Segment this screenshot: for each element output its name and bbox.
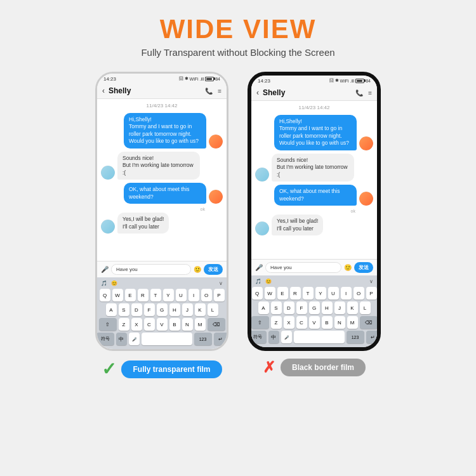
key-k2[interactable]: K [347, 301, 358, 314]
phone-icon-2[interactable]: 📞 [355, 89, 363, 96]
mic-icon-2[interactable]: 🎤 [255, 264, 263, 271]
key-m2[interactable]: M [347, 316, 358, 329]
key-i[interactable]: I [188, 289, 199, 301]
key-x2[interactable]: X [284, 316, 294, 329]
key-zh-1[interactable]: 中 [116, 333, 127, 345]
key-p[interactable]: P [214, 289, 225, 301]
key-q[interactable]: Q [100, 289, 110, 301]
key-g[interactable]: G [157, 303, 168, 316]
kb-face-icon-2[interactable]: 😊 [265, 279, 272, 284]
key-e2[interactable]: E [277, 287, 288, 300]
key-v[interactable]: V [157, 318, 168, 331]
key-j2[interactable]: J [334, 301, 345, 314]
key-s[interactable]: S [119, 303, 129, 316]
key-delete-1[interactable]: ⌫ [208, 318, 225, 331]
send-button-2[interactable]: 发送 [354, 262, 373, 273]
contact-name-2: Shelly [263, 88, 355, 97]
key-y2[interactable]: Y [315, 287, 326, 300]
key-space-1[interactable] [142, 333, 192, 345]
key-delete-2[interactable]: ⌫ [360, 316, 378, 329]
key-mic-1[interactable]: 🎤 [129, 333, 140, 345]
key-symbols-1[interactable]: 符号 [96, 333, 114, 345]
key-w[interactable]: W [112, 289, 123, 301]
key-g2[interactable]: G [309, 301, 320, 314]
key-h[interactable]: H [169, 303, 180, 316]
mic-icon-1[interactable]: 🎤 [101, 266, 109, 273]
key-o[interactable]: O [201, 289, 212, 301]
bubble-recv-2: Yes,I will be glad!I'll call you later [117, 213, 169, 234]
key-f[interactable]: F [144, 303, 155, 316]
key-u[interactable]: U [176, 289, 187, 301]
key-o2[interactable]: O [354, 287, 364, 300]
key-t2[interactable]: T [303, 287, 314, 300]
kb-emoji-icon-1[interactable]: 🎵 [101, 281, 107, 286]
back-arrow-1[interactable]: ‹ [102, 86, 105, 95]
battery-icon-2 [355, 79, 364, 83]
page-header: WIDE VIEW Fully Transparent without Bloc… [141, 0, 334, 62]
status-bar-1: 14:23 囧 ✱ WiFi .ill 84 [97, 74, 227, 83]
back-arrow-2[interactable]: ‹ [256, 88, 259, 97]
emoji-icon-1[interactable]: 🙂 [194, 266, 201, 273]
message-input-2[interactable]: Have you [265, 262, 341, 273]
key-l[interactable]: L [208, 303, 218, 316]
key-a[interactable]: A [106, 303, 117, 316]
key-u2[interactable]: U [328, 287, 339, 300]
kb-row3-1: ⇧ Z X C V B N M ⌫ [98, 318, 225, 331]
key-j[interactable]: J [182, 303, 193, 316]
key-space-2[interactable] [294, 331, 345, 343]
key-m[interactable]: M [195, 318, 206, 331]
key-a2[interactable]: A [258, 301, 269, 314]
key-w2[interactable]: W [265, 287, 275, 300]
key-zh-2[interactable]: 中 [268, 331, 279, 343]
key-q2[interactable]: Q [252, 287, 263, 300]
key-num-2[interactable]: 123 [347, 331, 364, 343]
kb-chevron-1[interactable]: ∨ [219, 281, 223, 286]
key-shift-2[interactable]: ⇧ [251, 316, 269, 329]
kb-emoji-icon-2[interactable]: 🎵 [255, 279, 261, 284]
key-enter-2[interactable]: ↵ [366, 331, 380, 343]
key-c[interactable]: C [144, 318, 155, 331]
key-b[interactable]: B [169, 318, 180, 331]
msg-received-4: Yes,I will be glad!I'll call you later [255, 215, 373, 235]
menu-icon-1[interactable]: ≡ [218, 88, 221, 95]
key-l2[interactable]: L [360, 301, 371, 314]
key-t[interactable]: T [150, 289, 161, 301]
key-num-1[interactable]: 123 [194, 333, 212, 345]
key-f2[interactable]: F [296, 301, 307, 314]
key-n2[interactable]: N [334, 316, 345, 329]
avatar-recv-1 [101, 166, 115, 180]
key-d2[interactable]: D [284, 301, 294, 314]
phone-icon-1[interactable]: 📞 [205, 88, 213, 95]
kb-face-icon-1[interactable]: 😊 [111, 281, 117, 286]
key-mic-2[interactable]: 🎤 [281, 331, 292, 343]
key-r2[interactable]: R [290, 287, 301, 300]
key-d[interactable]: D [131, 303, 142, 316]
key-z2[interactable]: Z [271, 316, 282, 329]
key-y[interactable]: Y [163, 289, 174, 301]
key-b2[interactable]: B [322, 316, 333, 329]
key-shift-1[interactable]: ⇧ [99, 318, 117, 331]
emoji-icon-2[interactable]: 🙂 [344, 264, 352, 271]
key-v2[interactable]: V [309, 316, 320, 329]
label-row-2: ✗ Black border film [263, 359, 366, 376]
key-i2[interactable]: I [341, 287, 352, 300]
key-h2[interactable]: H [322, 301, 333, 314]
key-n[interactable]: N [182, 318, 193, 331]
send-button-1[interactable]: 发送 [204, 264, 223, 275]
key-p2[interactable]: P [366, 287, 377, 300]
key-s2[interactable]: S [271, 301, 282, 314]
message-input-1[interactable]: Have you [111, 264, 191, 275]
kb-chevron-2[interactable]: ∨ [369, 279, 373, 284]
key-enter-1[interactable]: ↵ [214, 333, 228, 345]
key-k[interactable]: K [195, 303, 206, 316]
keyboard-2: 🎵 😊 ∨ Q W E R T Y U I O P [251, 275, 377, 347]
bubble-recv-4: Yes,I will be glad!I'll call you later [272, 215, 323, 235]
key-symbols-2[interactable]: 符号 [249, 331, 267, 343]
key-r[interactable]: R [138, 289, 149, 301]
key-x[interactable]: X [131, 318, 142, 331]
kb-row2-1: A S D F G H J K L [98, 303, 225, 316]
key-e[interactable]: E [125, 289, 136, 301]
key-z[interactable]: Z [119, 318, 129, 331]
key-c2[interactable]: C [296, 316, 307, 329]
menu-icon-2[interactable]: ≡ [368, 89, 372, 96]
